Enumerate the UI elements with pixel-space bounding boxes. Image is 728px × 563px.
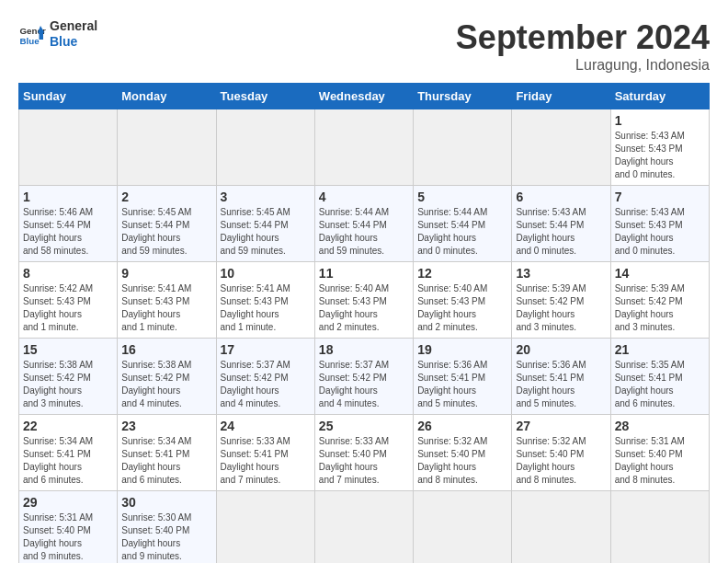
daylight-label: Daylight hours [615,385,674,396]
calendar-cell: 30Sunrise: 5:30 AMSunset: 5:40 PMDayligh… [118,491,216,564]
sunrise-time: Sunrise: 5:37 AM [221,360,290,370]
day-number: 21 [615,342,705,357]
day-number: 10 [221,266,311,281]
day-info: Sunrise: 5:38 AMSunset: 5:42 PMDaylight … [23,359,113,410]
sunrise-time: Sunrise: 5:46 AM [23,207,93,217]
daylight-label: Daylight hours [23,385,82,396]
day-info: Sunrise: 5:31 AMSunset: 5:40 PMDaylight … [615,435,705,487]
sunrise-time: Sunrise: 5:44 AM [319,207,389,217]
daylight-value: and 6 minutes. [615,398,676,408]
sunset-time: Sunset: 5:40 PM [417,449,485,459]
header-thursday: Thursday [414,84,512,109]
daylight-label: Daylight hours [121,233,180,243]
day-info: Sunrise: 5:35 AMSunset: 5:41 PMDaylight … [615,359,705,410]
day-number: 23 [121,419,211,433]
daylight-label: Daylight hours [221,233,279,243]
daylight-value: and 8 minutes. [615,475,676,485]
calendar-cell: 3Sunrise: 5:45 AMSunset: 5:44 PMDaylight… [216,186,314,262]
day-info: Sunrise: 5:40 AMSunset: 5:43 PMDaylight … [417,282,507,334]
day-number: 25 [319,419,409,433]
day-number: 2 [121,190,211,204]
title-block: September 2024 Luragung, Indonesia [456,18,710,74]
day-number: 5 [417,190,507,204]
daylight-value: and 3 minutes. [516,322,576,332]
sunset-time: Sunset: 5:43 PM [221,296,289,306]
calendar-cell [314,109,413,186]
calendar-cell: 8Sunrise: 5:42 AMSunset: 5:43 PMDaylight… [19,262,118,339]
sunset-time: Sunset: 5:44 PM [221,220,289,230]
day-number: 4 [319,190,409,204]
daylight-label: Daylight hours [319,309,378,319]
sunrise-time: Sunrise: 5:44 AM [417,207,487,217]
day-info: Sunrise: 5:36 AMSunset: 5:41 PMDaylight … [516,359,606,410]
sunset-time: Sunset: 5:44 PM [23,220,91,230]
sunset-time: Sunset: 5:42 PM [121,373,189,383]
calendar-cell: 23Sunrise: 5:34 AMSunset: 5:41 PMDayligh… [118,415,216,491]
day-info: Sunrise: 5:41 AMSunset: 5:43 PMDaylight … [221,282,311,334]
sunrise-time: Sunrise: 5:38 AM [23,360,93,370]
calendar-cell: 26Sunrise: 5:32 AMSunset: 5:40 PMDayligh… [414,415,512,491]
daylight-value: and 1 minute. [221,322,277,332]
sunset-time: Sunset: 5:40 PM [121,525,189,535]
daylight-value: and 4 minutes. [221,398,281,408]
calendar-cell: 28Sunrise: 5:31 AMSunset: 5:40 PMDayligh… [610,415,709,491]
sunset-time: Sunset: 5:41 PM [417,373,485,383]
sunset-time: Sunset: 5:41 PM [221,449,289,459]
sunrise-time: Sunrise: 5:45 AM [121,207,191,217]
calendar-cell: 10Sunrise: 5:41 AMSunset: 5:43 PMDayligh… [216,262,314,339]
daylight-label: Daylight hours [615,309,674,319]
daylight-value: and 8 minutes. [516,475,576,485]
daylight-value: and 59 minutes. [221,246,286,256]
daylight-label: Daylight hours [121,309,180,319]
day-info: Sunrise: 5:43 AMSunset: 5:44 PMDaylight … [516,206,606,258]
sunset-time: Sunset: 5:42 PM [615,296,683,306]
calendar-cell: 24Sunrise: 5:33 AMSunset: 5:41 PMDayligh… [216,415,314,491]
calendar-week-6: 29Sunrise: 5:31 AMSunset: 5:40 PMDayligh… [19,491,710,564]
sunset-time: Sunset: 5:43 PM [319,296,387,306]
sunset-time: Sunset: 5:42 PM [319,373,387,383]
daylight-label: Daylight hours [615,156,674,167]
day-info: Sunrise: 5:45 AMSunset: 5:44 PMDaylight … [221,206,311,258]
day-number: 3 [221,190,311,204]
day-number: 22 [23,419,113,433]
daylight-label: Daylight hours [516,233,574,243]
sunset-time: Sunset: 5:41 PM [516,373,584,383]
daylight-label: Daylight hours [23,462,82,472]
day-number: 27 [516,419,606,433]
daylight-value: and 5 minutes. [417,398,478,408]
calendar-week-4: 15Sunrise: 5:38 AMSunset: 5:42 PMDayligh… [19,339,710,415]
day-info: Sunrise: 5:43 AMSunset: 5:43 PMDaylight … [615,206,705,258]
calendar-cell [512,109,610,186]
logo-line2: Blue [50,34,97,50]
header-tuesday: Tuesday [216,84,314,109]
day-info: Sunrise: 5:40 AMSunset: 5:43 PMDaylight … [319,282,409,334]
sunrise-time: Sunrise: 5:33 AM [221,436,290,446]
daylight-value: and 6 minutes. [23,475,84,485]
calendar-cell: 11Sunrise: 5:40 AMSunset: 5:43 PMDayligh… [314,262,413,339]
sunrise-time: Sunrise: 5:36 AM [417,360,487,370]
daylight-value: and 7 minutes. [221,475,281,485]
day-info: Sunrise: 5:32 AMSunset: 5:40 PMDaylight … [417,435,507,487]
daylight-value: and 59 minutes. [319,246,384,256]
calendar-week-2: 1Sunrise: 5:46 AMSunset: 5:44 PMDaylight… [19,186,710,262]
day-info: Sunrise: 5:39 AMSunset: 5:42 PMDaylight … [516,282,606,334]
daylight-label: Daylight hours [23,233,82,243]
day-info: Sunrise: 5:37 AMSunset: 5:42 PMDaylight … [319,359,409,410]
sunset-time: Sunset: 5:40 PM [516,449,584,459]
sunset-time: Sunset: 5:42 PM [221,373,289,383]
sunrise-time: Sunrise: 5:41 AM [121,283,191,293]
day-number: 20 [516,342,606,357]
calendar-cell: 16Sunrise: 5:38 AMSunset: 5:42 PMDayligh… [118,339,216,415]
sunset-time: Sunset: 5:43 PM [23,296,91,306]
sunrise-time: Sunrise: 5:39 AM [516,283,586,293]
day-number: 16 [121,342,211,357]
daylight-value: and 1 minute. [121,322,177,332]
day-info: Sunrise: 5:31 AMSunset: 5:40 PMDaylight … [23,511,113,563]
page-header: General Blue General Blue September 2024… [18,18,710,74]
daylight-label: Daylight hours [516,385,574,396]
location: Luragung, Indonesia [456,57,710,74]
sunset-time: Sunset: 5:42 PM [23,373,91,383]
header-friday: Friday [512,84,610,109]
daylight-label: Daylight hours [417,462,476,472]
sunrise-time: Sunrise: 5:43 AM [615,207,685,217]
